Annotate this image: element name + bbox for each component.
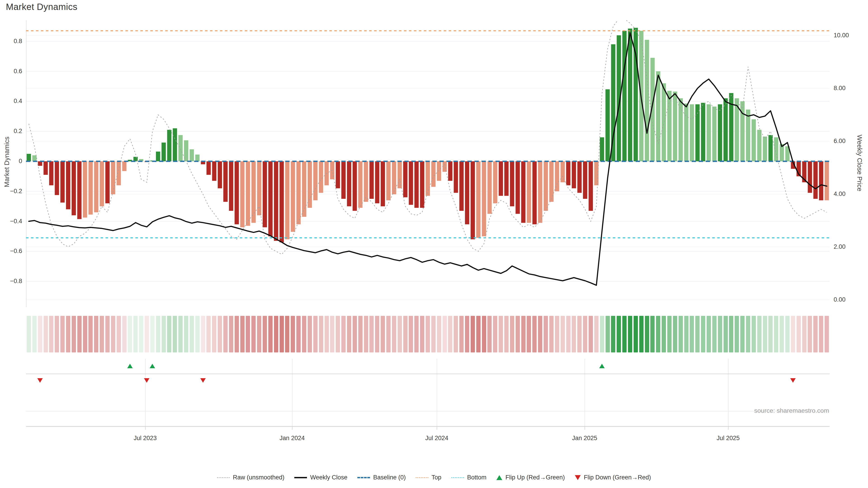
oscillator-bar [527, 161, 531, 223]
oscillator-bar [398, 161, 402, 188]
oscillator-bar [510, 161, 514, 206]
heatmap-cell [768, 316, 773, 352]
heatmap-cell [527, 316, 531, 352]
legend-item: Raw (unsmoothed) [217, 474, 284, 481]
heatmap-cell [819, 316, 823, 352]
oscillator-bar [426, 161, 430, 196]
legend-item-label: Raw (unsmoothed) [233, 474, 284, 481]
oscillator-bar [403, 161, 408, 197]
heatmap-cell [589, 316, 593, 352]
oscillator-bar [454, 161, 458, 193]
oscillator-bar [532, 161, 537, 224]
oscillator-bar [622, 31, 627, 161]
heatmap-cell [757, 316, 762, 352]
heatmap-cell [695, 316, 700, 352]
heatmap-cell [437, 316, 441, 352]
oscillator-bar [572, 161, 576, 188]
heatmap-cell [740, 316, 745, 352]
oscillator-bar [100, 161, 104, 206]
heatmap-cell [555, 316, 559, 352]
oscillator-bar [246, 161, 250, 226]
legend-item: Flip Up (Red→Green) [496, 474, 565, 481]
oscillator-heatmap-strip [26, 316, 830, 352]
oscillator-bar [538, 161, 542, 223]
heatmap-cell [442, 316, 447, 352]
oscillator-bar [352, 161, 357, 211]
oscillator-bar [55, 161, 59, 195]
oscillator-bar [414, 161, 418, 208]
oscillator-bar [375, 161, 379, 203]
marker-panel-gridline [728, 359, 728, 426]
heatmap-cell [813, 316, 817, 352]
heatmap-cell [223, 316, 228, 352]
heatmap-cell [510, 316, 514, 352]
heatmap-cell [729, 316, 733, 352]
oscillator-bar [274, 161, 278, 241]
marker-panel-gridline [437, 359, 437, 426]
heatmap-cell [156, 316, 160, 352]
heatmap-cell [476, 316, 480, 352]
x-axis-label: Jul 2024 [418, 435, 455, 442]
marker-panel-gridline [585, 359, 585, 426]
heatmap-cell [381, 316, 385, 352]
heatmap-cell [566, 316, 570, 352]
oscillator-bar [251, 161, 256, 223]
oscillator-bar [263, 161, 267, 227]
oscillator-bar [341, 161, 346, 199]
heatmap-cell [650, 316, 655, 352]
heatmap-cell [32, 316, 37, 352]
oscillator-bar [471, 161, 475, 239]
oscillator-bar [645, 40, 649, 161]
legend-item-label: Bottom [467, 474, 487, 481]
heatmap-cell [229, 316, 233, 352]
left-tick-label: 0.6 [2, 68, 22, 75]
chart-legend: Raw (unsmoothed)Weekly CloseBaseline (0)… [0, 474, 868, 481]
heatmap-cell [38, 316, 42, 352]
heatmap-cell [420, 316, 424, 352]
heatmap-cell [752, 316, 756, 352]
oscillator-bar [178, 135, 183, 161]
heatmap-cell [746, 316, 750, 352]
heatmap-cell [825, 316, 829, 352]
heatmap-cell [195, 316, 199, 352]
heatmap-cell [105, 316, 110, 352]
oscillator-bar [32, 155, 37, 161]
heatmap-cell [426, 316, 430, 352]
oscillator-bar [673, 92, 677, 161]
heatmap-cell [94, 316, 98, 352]
heatmap-cell [268, 316, 273, 352]
right-tick-label: 0.00 [834, 296, 859, 303]
oscillator-bar [712, 107, 717, 161]
oscillator-bar [60, 161, 65, 203]
oscillator-bar [27, 154, 31, 161]
heatmap-cell [712, 316, 717, 352]
oscillator-bar [718, 104, 722, 161]
heatmap-cell [544, 316, 548, 352]
oscillator-bar [701, 103, 705, 161]
oscillator-bar [72, 161, 76, 215]
oscillator-bar [740, 101, 745, 161]
heatmap-cell [398, 316, 402, 352]
heatmap-cell [622, 316, 627, 352]
flip-up-marker [127, 364, 133, 368]
oscillator-bar [813, 161, 817, 199]
heatmap-cell [633, 316, 638, 352]
heatmap-cell [785, 316, 789, 352]
heatmap-cell [594, 316, 598, 352]
heatmap-cell [718, 316, 722, 352]
heatmap-cell [139, 316, 143, 352]
heatmap-cell [538, 316, 542, 352]
heatmap-cell [60, 316, 65, 352]
oscillator-bar [707, 104, 711, 161]
heatmap-cell [49, 316, 53, 352]
legend-item: Baseline (0) [358, 474, 406, 481]
heatmap-cell [167, 316, 171, 352]
legend-item-label: Flip Down (Green→Red) [584, 474, 651, 481]
oscillator-bar [285, 161, 289, 239]
oscillator-bar [364, 161, 368, 202]
heatmap-cell [117, 316, 121, 352]
heatmap-cell [656, 316, 660, 352]
oscillator-bar [392, 161, 396, 194]
heatmap-cell [723, 316, 728, 352]
heatmap-cell [797, 316, 801, 352]
